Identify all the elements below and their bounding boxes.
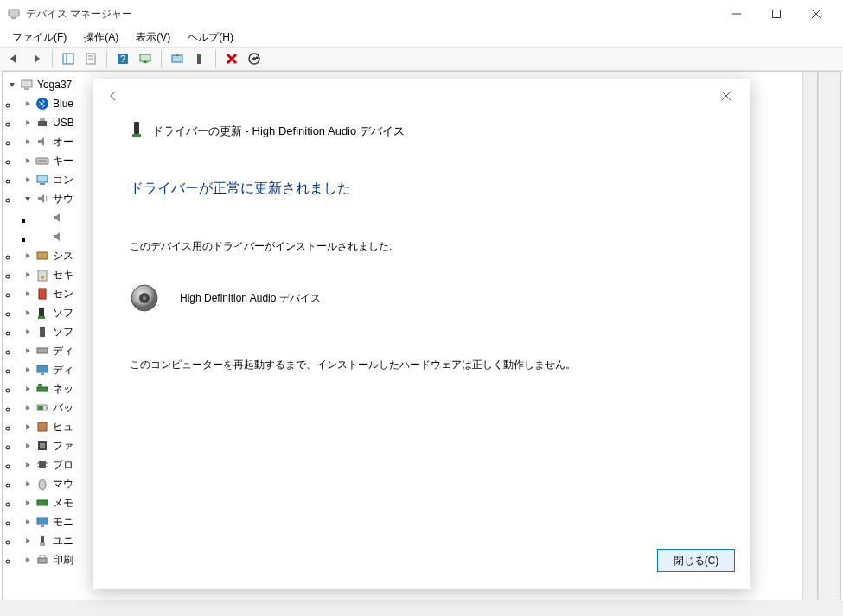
- tree-item-label: コン: [53, 173, 73, 187]
- svg-rect-28: [37, 252, 48, 259]
- dialog-close-icon[interactable]: [709, 83, 744, 109]
- chevron-icon[interactable]: [22, 269, 34, 281]
- svg-rect-57: [38, 558, 47, 563]
- show-hide-tree-icon[interactable]: [58, 48, 79, 69]
- speaker-icon: [35, 135, 49, 149]
- chevron-icon[interactable]: [22, 155, 34, 167]
- scan-icon[interactable]: [135, 48, 156, 69]
- chevron-icon[interactable]: [22, 326, 34, 338]
- svg-rect-55: [41, 536, 44, 543]
- software-icon: [35, 306, 49, 320]
- tree-item-label: サウ: [53, 192, 73, 206]
- driver-device-icon: [130, 120, 144, 142]
- tree-item-label: シス: [53, 249, 73, 264]
- device-manager-icon: [7, 7, 21, 21]
- chevron-icon[interactable]: [22, 402, 34, 414]
- chevron-icon[interactable]: [22, 554, 34, 566]
- chevron-icon[interactable]: [22, 383, 34, 395]
- svg-point-30: [41, 276, 44, 279]
- speaker-icon: [130, 283, 159, 313]
- close-button[interactable]: [796, 1, 836, 27]
- tree-item-label: ネッ: [53, 382, 73, 397]
- tree-item-label: メモ: [53, 496, 73, 511]
- close-dialog-button[interactable]: 閉じる(C): [657, 549, 735, 572]
- toolbar: ?: [0, 47, 843, 71]
- monitor-icon: [35, 515, 49, 529]
- uninstall-icon[interactable]: [189, 48, 210, 69]
- tree-item-label: キー: [53, 154, 73, 168]
- chevron-down-icon[interactable]: [6, 79, 18, 91]
- speaker-sub-icon: [51, 211, 65, 225]
- dialog-back-icon[interactable]: [100, 83, 126, 109]
- svg-rect-23: [40, 118, 45, 121]
- svg-rect-27: [40, 183, 45, 185]
- dialog-device-name: High Definition Audio デバイス: [180, 291, 321, 306]
- svg-rect-34: [40, 327, 45, 337]
- svg-rect-61: [134, 122, 139, 134]
- chevron-icon[interactable]: [22, 459, 34, 471]
- firmware-icon: [35, 439, 49, 453]
- tree-item-label: ディ: [53, 363, 73, 378]
- usb-plug-icon: [35, 534, 49, 548]
- software2-icon: [35, 325, 49, 339]
- svg-rect-19: [22, 80, 32, 87]
- properties-icon[interactable]: [80, 48, 101, 69]
- chevron-icon[interactable]: [22, 364, 34, 376]
- tree-item-label: モニ: [53, 515, 73, 530]
- titlebar: デバイス マネージャー: [0, 0, 843, 28]
- chevron-icon[interactable]: [22, 345, 34, 357]
- statusbar: [0, 600, 843, 616]
- chevron-icon[interactable]: [22, 193, 34, 205]
- minimize-button[interactable]: [717, 1, 757, 27]
- chevron-icon[interactable]: [22, 535, 34, 547]
- chevron-icon[interactable]: [22, 478, 34, 490]
- close-dialog-button-label: 閉じる(C): [674, 554, 719, 568]
- menu-help[interactable]: ヘルプ(H): [181, 29, 240, 47]
- menu-file[interactable]: ファイル(F): [5, 29, 73, 47]
- chevron-icon[interactable]: [22, 421, 34, 433]
- scrollbar[interactable]: [802, 72, 817, 600]
- chevron-icon[interactable]: [22, 136, 34, 148]
- help-icon[interactable]: ?: [112, 48, 133, 69]
- tree-item-label: オー: [53, 135, 73, 149]
- maximize-button[interactable]: [757, 1, 796, 27]
- chevron-icon[interactable]: [22, 497, 34, 509]
- svg-rect-54: [41, 525, 44, 527]
- back-icon[interactable]: [3, 48, 24, 69]
- enable-icon[interactable]: [244, 48, 265, 69]
- hid-icon: [35, 420, 49, 434]
- printer-icon: [35, 553, 49, 567]
- svg-rect-26: [37, 175, 48, 182]
- keyboard-icon: [35, 154, 49, 168]
- chevron-icon[interactable]: [22, 516, 34, 528]
- tree-item-label: マウ: [53, 477, 73, 492]
- svg-rect-14: [172, 55, 182, 62]
- processor-icon: [35, 458, 49, 472]
- chevron-icon[interactable]: [22, 117, 34, 129]
- svg-rect-62: [132, 134, 141, 137]
- svg-rect-1: [11, 17, 16, 19]
- chevron-icon[interactable]: [22, 98, 34, 110]
- tree-item-label: バッ: [53, 401, 73, 416]
- speaker-sub-icon: [51, 230, 65, 244]
- chevron-icon[interactable]: [22, 288, 34, 300]
- chevron-icon[interactable]: [22, 250, 34, 262]
- svg-rect-13: [140, 54, 150, 61]
- sensor-icon: [35, 287, 49, 301]
- chevron-icon[interactable]: [22, 440, 34, 452]
- chevron-icon[interactable]: [22, 174, 34, 186]
- tree-item-label: セン: [53, 287, 73, 302]
- svg-rect-52: [37, 500, 48, 505]
- update-driver-icon[interactable]: [167, 48, 188, 69]
- menu-view[interactable]: 表示(V): [129, 29, 177, 47]
- sound-icon: [35, 192, 49, 206]
- tree-item-label: USB: [53, 117, 74, 129]
- disable-icon[interactable]: [221, 48, 242, 69]
- menu-action[interactable]: 操作(A): [77, 29, 125, 47]
- chevron-icon[interactable]: [22, 307, 34, 319]
- tree-item-label: ディ: [53, 344, 73, 359]
- forward-icon[interactable]: [26, 48, 47, 69]
- svg-rect-56: [40, 543, 45, 546]
- disk-icon: [35, 344, 49, 358]
- menubar: ファイル(F) 操作(A) 表示(V) ヘルプ(H): [0, 28, 843, 47]
